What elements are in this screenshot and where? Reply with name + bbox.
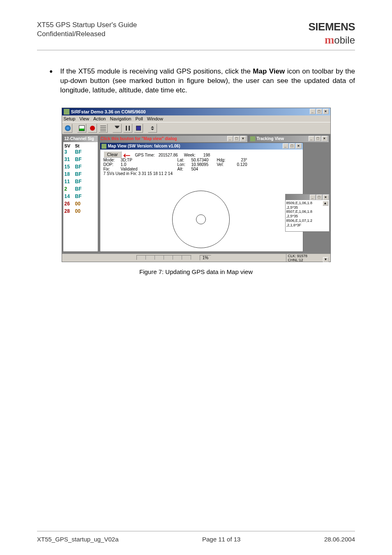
close-button[interactable]: ×: [323, 109, 329, 114]
scroll-down-button[interactable]: ▼: [323, 257, 329, 262]
mode-val: 3D;TP: [121, 158, 141, 162]
channel-sv: 31: [65, 157, 75, 162]
channel-content: SV St 3BF31BF15BF18BF11BF2BF14BF26002800: [63, 142, 98, 251]
channel-sv: 11: [65, 179, 75, 184]
channel-sv: 15: [65, 164, 75, 170]
lat-val: 50.67340: [191, 158, 214, 162]
doc-classification: Confidential/Released: [37, 30, 137, 39]
minimize-button[interactable]: _: [310, 109, 316, 114]
status-bar: 1% CLK: 91578 CHNL:12 ▼: [62, 253, 330, 262]
footer-right: 28.06.2004: [324, 536, 355, 543]
bold-mapview: Map View: [253, 67, 285, 75]
track-max-button[interactable]: □: [315, 136, 321, 141]
tracking-icon: [250, 136, 255, 141]
target-circle: [172, 191, 230, 248]
gps-info-top: GPS Time: 201527.86 Week: 198: [135, 153, 210, 157]
mapview-close-button[interactable]: ×: [296, 143, 302, 149]
tracking-title: Tracking View: [257, 136, 309, 141]
toolbar-globe-button[interactable]: [63, 124, 72, 133]
clear-button[interactable]: Clear: [104, 151, 122, 158]
updown-icon: [150, 125, 155, 131]
week-label: Week:: [184, 153, 196, 157]
lon-val: 10.98095: [191, 162, 214, 167]
status-right: CLK: 91578 CHNL:12 ▼: [286, 254, 330, 262]
record-icon: [90, 126, 95, 131]
menu-navigation[interactable]: Navigation: [110, 116, 131, 121]
mapview-title-bar: Map View (SW Version: falcom v1.06) _ □ …: [100, 143, 303, 150]
channel-st: BF: [75, 149, 86, 155]
toolbar: [62, 122, 330, 134]
ch-header-st: St: [75, 143, 86, 148]
side-line: ,2,1,6*3F: [286, 223, 323, 228]
annot-max-button[interactable]: □: [234, 136, 240, 141]
gps-time-label: GPS Time:: [135, 153, 155, 157]
mobile-m: m: [325, 33, 334, 46]
channel-row: 2600: [65, 200, 97, 207]
chart-icon: [79, 125, 85, 131]
app-title: SiRFstar Demo 3.36 on COM5/9600: [71, 109, 310, 114]
toolbar-grid-button[interactable]: [99, 124, 108, 133]
ch-header-sv: SV: [65, 143, 75, 148]
channel-st: 00: [75, 201, 86, 207]
dop-label: DOP:: [104, 162, 118, 167]
tracking-window: Tracking View _ □ ×: [249, 135, 329, 142]
maximize-button[interactable]: □: [316, 109, 322, 114]
toolbar-pause-button[interactable]: [123, 124, 132, 133]
bullet-marker: ●: [49, 68, 53, 95]
toolbar-download-button[interactable]: [113, 124, 122, 133]
alt-label: Alt:: [178, 167, 189, 171]
side-close-button[interactable]: ×: [323, 195, 329, 200]
menu-poll[interactable]: Poll: [135, 116, 143, 121]
channel-st: BF: [75, 179, 86, 184]
progress-bar: [136, 255, 191, 260]
channel-st: BF: [75, 171, 86, 177]
track-min-button[interactable]: _: [309, 136, 314, 141]
annotation-window: Click this buuton for "Map view" dialog …: [99, 135, 248, 142]
mapview-max-button[interactable]: □: [289, 143, 295, 149]
mapview-min-button[interactable]: _: [283, 143, 288, 149]
toolbar-chart-button[interactable]: [77, 124, 86, 133]
track-close-button[interactable]: ×: [322, 136, 327, 141]
app-title-bar: SiRFstar Demo 3.36 on COM5/9600 _ □ ×: [62, 108, 330, 115]
app-icon: [64, 109, 69, 115]
mode-label: Mode:: [104, 158, 118, 162]
side-min-button[interactable]: _: [310, 195, 316, 200]
side-line: 8509,E,1,06,1.8: [286, 201, 323, 205]
channel-window: 12-Channel Sig SV St 3BF31BF15BF18BF11BF…: [63, 135, 98, 252]
side-line: 8507,E,1,06,1.8: [286, 210, 323, 214]
toolbar-record-button[interactable]: [88, 124, 97, 133]
channel-title-bar: 12-Channel Sig: [63, 136, 98, 142]
channel-row: 14BF: [65, 193, 97, 200]
channel-row: 15BF: [65, 163, 97, 170]
channel-sv: 28: [65, 208, 75, 214]
annot-min-button[interactable]: _: [227, 136, 233, 141]
toolbar-updown-button[interactable]: [148, 124, 157, 133]
channel-sv: 3: [65, 149, 75, 155]
mapview-window: Map View (SW Version: falcom v1.06) _ □ …: [100, 143, 303, 252]
alt-val: 504: [191, 167, 214, 171]
menu-view[interactable]: View: [79, 116, 89, 121]
channel-st: BF: [75, 193, 86, 199]
status-chnl: CHNL:12: [288, 258, 323, 262]
channel-title: 12-Channel Sig: [65, 136, 97, 141]
globe-icon: [65, 125, 71, 131]
menu-window[interactable]: Window: [147, 116, 163, 121]
status-clk: CLK: 91578: [288, 254, 323, 258]
channel-st: BF: [75, 164, 86, 170]
page-footer: XT55_GPS_startup_ug_V02a Page 11 of 13 2…: [37, 531, 355, 543]
page-header: XT55 GPS Startup User's Guide Confidenti…: [37, 21, 355, 51]
side-max-button[interactable]: □: [316, 195, 322, 200]
menu-setup[interactable]: Setup: [64, 116, 76, 121]
side-panel-title: _ □ ×: [286, 194, 329, 200]
svs-used: 7 SVs Used in Fix: 3 31 15 18 11 2 14: [104, 171, 247, 176]
menu-action[interactable]: Action: [93, 116, 106, 121]
download-icon: [115, 126, 120, 131]
fix-label: Fix:: [104, 167, 118, 171]
toolbar-save-button[interactable]: [134, 124, 143, 133]
channel-st: BF: [75, 157, 86, 162]
gps-time-val: 201527.86: [159, 153, 178, 157]
scroll-up-button[interactable]: ▲: [323, 201, 328, 206]
dop-val: 1.0: [121, 162, 141, 167]
mobile-rest: obile: [334, 35, 355, 46]
annot-close-button[interactable]: ×: [240, 136, 246, 141]
